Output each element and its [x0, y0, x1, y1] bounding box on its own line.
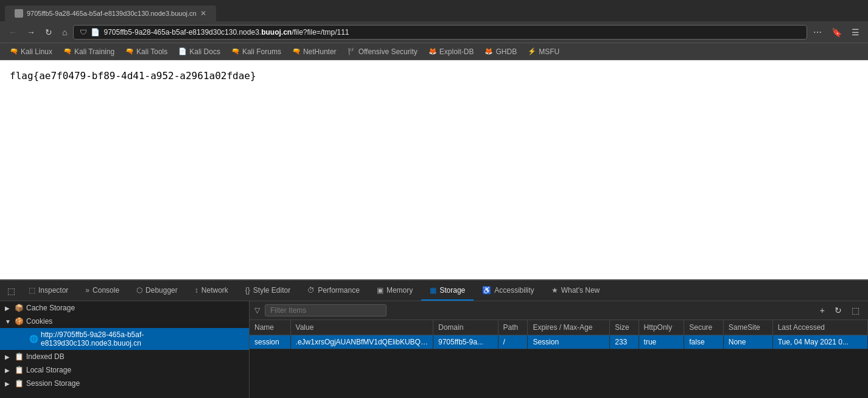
nav-right-buttons: ⋯ 🔖 ☰: [810, 25, 863, 40]
devtools-tab-bar: ⬚ ⬚ Inspector » Console ⬡ Debugger ↕ Net…: [0, 281, 868, 301]
extensions-button[interactable]: ⋯: [810, 25, 825, 40]
tab-storage[interactable]: ▦ Storage: [421, 281, 474, 301]
bookmark-label: Kali Forums: [242, 47, 281, 56]
menu-button[interactable]: ☰: [848, 25, 863, 40]
reload-button[interactable]: ↻: [41, 25, 56, 40]
url-bar[interactable]: 🛡 📄 9705ffb5-9a28-465a-b5af-e8139d30c130…: [73, 25, 807, 40]
sidebar-item-cookies[interactable]: ▼ 🍪 Cookies: [0, 315, 249, 328]
storage-main-panel: ▽ + ↻ ⬚ Name Value Domain: [250, 301, 868, 398]
bookmark-label: MSFU: [539, 47, 559, 56]
tab-inspector[interactable]: ⬚ Inspector: [20, 281, 77, 301]
tab-close-button[interactable]: ✕: [200, 9, 206, 18]
session-storage-arrow-icon: ▶: [5, 380, 12, 387]
tab-network[interactable]: ↕ Network: [186, 281, 237, 301]
tab-accessibility[interactable]: ♿ Accessibility: [474, 281, 542, 301]
whats-new-icon: ★: [551, 286, 558, 295]
kali-docs-icon: 📄: [178, 47, 187, 55]
kali-forums-icon: 🔫: [231, 47, 240, 55]
sidebar-item-cache-storage[interactable]: ▶ 📦 Cache Storage: [0, 301, 249, 315]
kali-training-icon: 🔫: [63, 47, 72, 55]
cache-storage-icon: 📦: [15, 304, 24, 312]
col-expires: Expires / Max-Age: [528, 320, 610, 335]
table-cell: session: [250, 335, 290, 349]
cache-storage-label: Cache Storage: [26, 304, 75, 312]
url-display: 9705ffb5-9a28-465a-b5af-e8139d30c130.nod…: [103, 28, 349, 37]
add-button[interactable]: +: [816, 304, 828, 317]
active-tab[interactable]: 9705ffb5-9a28-465a-b5af-e8139d30c130.nod…: [5, 5, 216, 21]
devtools-picker-button[interactable]: ⬚: [2, 281, 20, 301]
filter-input[interactable]: [265, 304, 387, 316]
tab-performance-label: Performance: [318, 286, 360, 295]
url-posttext: /file?file=/tmp/111: [292, 28, 349, 37]
offensive-security-icon: 🏴: [348, 47, 356, 55]
bookmark-button[interactable]: 🔖: [828, 25, 845, 40]
table-cell: 233: [610, 335, 639, 349]
forward-button[interactable]: →: [23, 25, 39, 40]
bookmarks-bar: 🔫 Kali Linux 🔫 Kali Training 🔫 Kali Tool…: [0, 43, 868, 60]
table-cell: Tue, 04 May 2021 0...: [772, 335, 867, 349]
col-httponly: HttpOnly: [639, 320, 684, 335]
bookmark-label: NetHunter: [303, 47, 337, 56]
tab-network-label: Network: [201, 286, 228, 295]
home-button[interactable]: ⌂: [58, 25, 71, 40]
back-button[interactable]: ←: [5, 25, 21, 40]
col-secure: Secure: [684, 320, 724, 335]
filter-icon: ▽: [254, 306, 260, 315]
col-value: Value: [290, 320, 433, 335]
devtools-body: ▶ 📦 Cache Storage ▼ 🍪 Cookies 🌐 http://9…: [0, 301, 868, 398]
refresh-button[interactable]: ↻: [831, 304, 845, 317]
bookmark-exploit-db[interactable]: 🦊 Exploit-DB: [424, 46, 479, 58]
kali-tools-icon: 🔫: [125, 47, 134, 55]
bookmark-offensive-security[interactable]: 🏴 Offensive Security: [343, 46, 422, 58]
bookmark-label: Offensive Security: [359, 47, 418, 56]
sidebar-item-session-storage[interactable]: ▶ 📋 Session Storage: [0, 377, 249, 390]
exploit-db-icon: 🦊: [429, 47, 437, 55]
bookmark-kali-forums[interactable]: 🔫 Kali Forums: [226, 46, 286, 58]
bookmark-kali-linux[interactable]: 🔫 Kali Linux: [5, 46, 57, 58]
table-cell: Session: [528, 335, 610, 349]
sidebar-item-cookies-url[interactable]: 🌐 http://9705ffb5-9a28-465a-b5af-e8139d3…: [0, 328, 249, 350]
settings-button[interactable]: ⬚: [848, 304, 863, 317]
url-domain: buuoj.cn: [261, 28, 292, 37]
style-editor-icon: {}: [245, 286, 250, 295]
col-size: Size: [610, 320, 639, 335]
bookmark-ghdb[interactable]: 🦊 GHDB: [480, 46, 522, 58]
storage-table: Name Value Domain Path Expires / Max-Age…: [250, 320, 868, 398]
tab-accessibility-label: Accessibility: [494, 286, 534, 295]
indexed-db-label: Indexed DB: [26, 352, 65, 361]
bookmark-kali-tools[interactable]: 🔫 Kali Tools: [121, 46, 172, 58]
bookmark-kali-training[interactable]: 🔫 Kali Training: [58, 46, 119, 58]
debugger-icon: ⬡: [136, 286, 142, 295]
col-last-accessed: Last Accessed: [772, 320, 867, 335]
indexed-db-icon: 📋: [15, 352, 24, 361]
table-row[interactable]: session.eJw1xrsOgjAUANBfMV1dQElibKUBQk1N…: [250, 335, 868, 349]
tab-memory[interactable]: ▣ Memory: [368, 281, 421, 301]
msfu-icon: ⚡: [528, 47, 536, 55]
storage-toolbar: ▽ + ↻ ⬚: [250, 301, 868, 320]
toolbar-right-buttons: + ↻ ⬚: [816, 304, 863, 317]
local-storage-arrow-icon: ▶: [5, 367, 12, 374]
sidebar-item-indexed-db[interactable]: ▶ 📋 Indexed DB: [0, 350, 249, 363]
cookies-arrow-icon: ▼: [5, 318, 12, 325]
kali-linux-icon: 🔫: [10, 47, 18, 55]
page-icon: 📄: [91, 28, 100, 37]
local-storage-label: Local Storage: [26, 366, 71, 374]
col-domain: Domain: [433, 320, 499, 335]
devtools-panel: ⬚ ⬚ Inspector » Console ⬡ Debugger ↕ Net…: [0, 279, 868, 398]
tab-performance[interactable]: ⏱ Performance: [299, 281, 368, 301]
bookmark-label: Kali Tools: [136, 47, 167, 56]
bookmark-msfu[interactable]: ⚡ MSFU: [523, 46, 564, 58]
sidebar-item-local-storage[interactable]: ▶ 📋 Local Storage: [0, 363, 249, 377]
session-storage-icon: 📋: [15, 379, 24, 388]
tab-style-editor[interactable]: {} Style Editor: [237, 281, 299, 301]
storage-sidebar: ▶ 📦 Cache Storage ▼ 🍪 Cookies 🌐 http://9…: [0, 301, 250, 398]
table-cell: 9705ffb5-9a...: [433, 335, 499, 349]
tab-console[interactable]: » Console: [77, 281, 128, 301]
table-cell: false: [684, 335, 724, 349]
bookmark-nethunter[interactable]: 🔫 NetHunter: [287, 46, 341, 58]
tab-debugger[interactable]: ⬡ Debugger: [128, 281, 186, 301]
bookmark-kali-docs[interactable]: 📄 Kali Docs: [173, 46, 225, 58]
tab-favicon: [15, 9, 23, 18]
indexed-db-arrow-icon: ▶: [5, 354, 12, 360]
tab-whats-new[interactable]: ★ What's New: [543, 281, 609, 301]
